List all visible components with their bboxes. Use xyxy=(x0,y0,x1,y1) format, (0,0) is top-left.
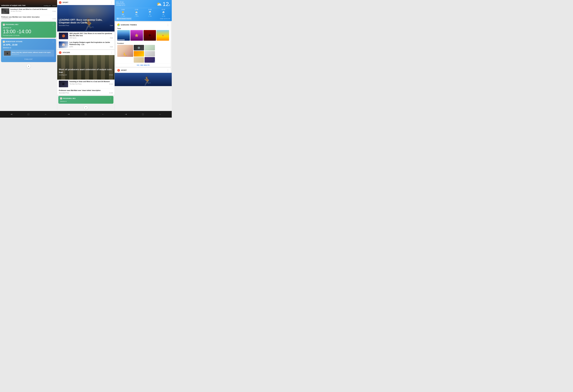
left-news-hero[interactable]: extension of output cuts: Iran investing… xyxy=(0,0,57,7)
mid-home-btn[interactable]: □ xyxy=(84,112,87,116)
afaceri-hero-source-row: investing.com 10 ore xyxy=(59,74,113,76)
right-sport-hero[interactable]: 🏃 xyxy=(115,73,172,86)
weather-feels: Se simte ca 11° xyxy=(116,5,157,6)
mid-dodgers-source-row: ESPN 3 ore xyxy=(70,46,113,48)
sport-hero-title: LEADING OFF: Bucs can sweep Cubs, Chapma… xyxy=(59,18,113,24)
program-card-label: PROGRAMUL MEU xyxy=(6,24,18,25)
weather-hour-temp-0: 12° xyxy=(116,14,130,15)
wallpaper-feet[interactable] xyxy=(117,45,133,57)
mid-nba-item[interactable]: NBA playoffs 2017: Doc Rivers in no mood… xyxy=(57,32,114,40)
left-recent-btn[interactable]: ⇥ xyxy=(10,112,13,116)
wallpaper-orange[interactable] xyxy=(134,51,144,57)
theme-item-yellow[interactable]: 🔺 xyxy=(157,30,169,41)
viz-mai-multe-btn[interactable]: VIZ. MAI MULTE xyxy=(116,63,171,67)
memo-finalizat-button[interactable]: FINALIZAT xyxy=(3,58,54,61)
themes-title: SAMSUNG THEMES xyxy=(121,24,137,26)
weather-hour-icon-0: ☀️ xyxy=(116,11,130,13)
sport-section-more[interactable]: ⋮ xyxy=(110,1,113,4)
bottom-nav-middle: ⇥ □ ← xyxy=(57,111,114,118)
left-panel: extension of output cuts: Iran investing… xyxy=(0,0,57,111)
left-news-hero-time: 10 ore xyxy=(52,5,56,6)
left-news-walmart-title: Professor sues Wal-Mart over 'clean toil… xyxy=(1,16,56,18)
wallpapers-grid: 💿 xyxy=(116,45,171,63)
right-sport-more[interactable]: ⋮ xyxy=(167,69,169,72)
mid-recent-btn[interactable]: ⇥ xyxy=(67,112,70,116)
mid-program-app: iDevice.ro xyxy=(60,101,112,102)
mid-back-btn[interactable]: ← xyxy=(101,112,105,116)
mid-dodgers-item[interactable]: Los Angeles Dodgers again find inspirati… xyxy=(57,40,114,49)
left-news-hero-meta: investing.com 10 ore xyxy=(43,5,56,6)
program-card-header-left: 📅 PROGRAMUL MEU xyxy=(3,24,18,26)
mid-program-card[interactable]: 📅 PROGRAMUL MEU ⋮ iDevice.ro xyxy=(58,96,113,104)
sport-header-left: F SPORT xyxy=(59,1,68,4)
wallpaper-light[interactable] xyxy=(144,51,155,57)
themes-icon xyxy=(117,24,120,26)
mid-dodgers-thumb xyxy=(59,41,68,48)
themes-more-menu[interactable]: ⋮ xyxy=(167,23,169,26)
mid-nba-content: NBA playoffs 2017: Doc Rivers in no mood… xyxy=(70,33,113,39)
afaceri-section-more[interactable]: ⋮ xyxy=(110,51,113,54)
afaceri-hero-title: Most oil producers want extension of out… xyxy=(59,68,113,74)
weather-hour-rain-1: 💧 87% xyxy=(130,16,143,17)
afaceri-section-title: AFACERI xyxy=(63,52,70,53)
left-scroll-up-btn[interactable]: ▲ xyxy=(26,64,31,68)
program-card-header: 📅 PROGRAMUL MEU ⋮ xyxy=(3,23,54,26)
right-recent-btn[interactable]: ⇥ xyxy=(124,112,127,116)
theme-phone-icons-blue xyxy=(118,39,130,40)
weather-hour-icon-2: 🌧️ xyxy=(143,11,157,13)
afaceri-section-header: F AFACERI ⋮ xyxy=(57,50,114,55)
left-news-solar-source: The New York Times xyxy=(10,11,21,12)
afaceri-header-left: F AFACERI xyxy=(59,51,70,54)
right-sport-icon: F xyxy=(117,69,120,72)
weather-location-info: dum., 16 apr. Partial Innorat Se simte c… xyxy=(116,1,157,6)
weather-hour-temp-1: 11° xyxy=(130,14,143,15)
weather-source-text: The Weather Channel xyxy=(119,18,131,19)
right-home-btn[interactable]: □ xyxy=(142,112,144,116)
left-news-hero-source: investing.com xyxy=(43,5,51,6)
theme-item-purple[interactable]: ⭐ xyxy=(130,30,143,41)
left-news-solar[interactable]: Investing in Solar and Wind in a Coal an… xyxy=(0,7,57,15)
right-sport-title: SPORT xyxy=(121,69,127,71)
sport-hero[interactable]: 🏃 LEADING OFF: Bucs can sweep Cubs, Chap… xyxy=(57,5,114,32)
mid-solar-item[interactable]: Investing in Solar and Wind in a Coal an… xyxy=(57,80,114,88)
theme-item-blue[interactable] xyxy=(117,30,130,41)
mid-solar-source-row: The New York Times 11 ore xyxy=(70,83,113,85)
sport-section-header: F SPORT ⋮ xyxy=(57,0,114,5)
wallpaper-bubbles[interactable] xyxy=(144,45,155,51)
mid-scroll-up-btn[interactable]: ▲ xyxy=(84,105,88,110)
weather-actual: Actual: 16.04 12:45 xyxy=(160,18,170,19)
sport-hero-source-row: Associated Press 3 ore xyxy=(59,25,113,26)
afaceri-hero[interactable]: Most oil producers want extension of out… xyxy=(57,55,114,80)
mid-walmart-item[interactable]: Professor sues Wal-Mart over 'clean toil… xyxy=(57,88,114,95)
left-back-btn[interactable]: ← xyxy=(44,112,47,116)
mid-nba-source-row: CBS Sports 3 ore xyxy=(70,37,113,39)
theme-item-red[interactable]: ✚ xyxy=(143,30,156,41)
mid-nba-title: NBA playoffs 2017: Doc Rivers in no mood… xyxy=(70,33,113,37)
sport-hero-text: LEADING OFF: Bucs can sweep Cubs, Chapma… xyxy=(59,18,113,26)
wallpaper-dark[interactable]: 💿 xyxy=(134,45,144,51)
memo-link-card[interactable]: iPhone, iPad, Mac, Aplicatii Gratuite, J… xyxy=(3,50,54,57)
mid-dodgers-content: Los Angeles Dodgers again find inspirati… xyxy=(70,41,113,48)
weather-date: dum., 16 apr. xyxy=(116,1,157,3)
program-card-menu[interactable]: ⋮ xyxy=(52,23,54,26)
right-back-btn[interactable]: ← xyxy=(159,112,162,116)
mid-program-menu[interactable]: ⋮ xyxy=(109,97,112,100)
left-home-btn[interactable]: □ xyxy=(27,112,30,116)
weather-sun-icon: ⛅ xyxy=(157,1,162,7)
mid-dodgers-source: ESPN xyxy=(70,46,73,48)
afaceri-pipes-visual xyxy=(57,55,114,80)
left-news-walmart[interactable]: Professor sues Wal-Mart over 'clean toil… xyxy=(0,15,57,21)
afaceri-section-icon: F xyxy=(59,51,61,54)
program-card[interactable]: 📅 PROGRAMUL MEU ⋮ iDevice.ro 13:00 -14:0… xyxy=(1,22,56,38)
wallpaper-purple-blue[interactable] xyxy=(144,57,155,63)
weather-hour-time-0: 13:00 xyxy=(116,9,130,10)
memo-card-menu[interactable]: ⋮ xyxy=(52,40,54,43)
memo-card[interactable]: 🔔 MEMENTOURI VIITOARE ⋮ 16 APR., 15:00 i… xyxy=(1,39,56,62)
afaceri-hero-text: Most oil producers want extension of out… xyxy=(59,68,113,76)
weather-hour-time-2: 21:00 xyxy=(143,9,157,10)
mid-program-label: PROGRAMUL MEU xyxy=(63,98,76,99)
memo-card-header-left: 🔔 MEMENTOURI VIITOARE xyxy=(3,41,22,43)
weather-top-row: dum., 16 apr. Partial Innorat Se simte c… xyxy=(116,1,170,7)
wallpaper-beige[interactable] xyxy=(134,57,144,63)
program-card-icon: 📅 xyxy=(3,24,5,26)
